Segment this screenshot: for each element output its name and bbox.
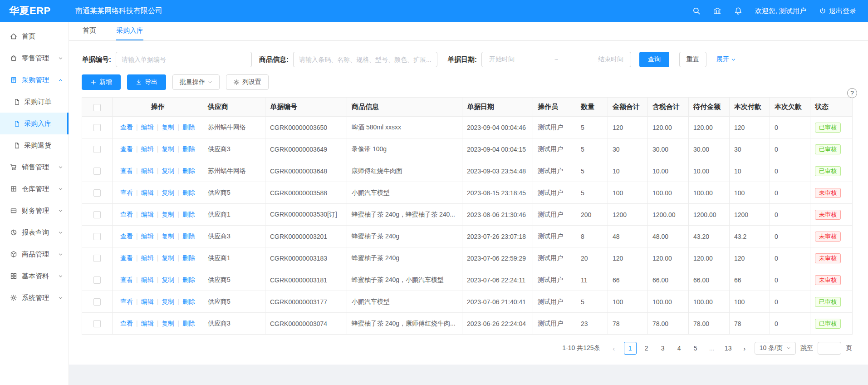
view-link[interactable]: 查看 — [120, 254, 133, 262]
delete-link[interactable]: 删除 — [182, 276, 195, 283]
delete-link[interactable]: 删除 — [182, 320, 195, 327]
toolbar: 新增 导出 批量操作 列设置 — [82, 73, 855, 97]
copy-link[interactable]: 复制 — [162, 232, 174, 240]
cell-date: 2023-07-06 21:40:41 — [462, 291, 533, 313]
edit-link[interactable]: 编辑 — [141, 211, 154, 218]
copy-link[interactable]: 复制 — [162, 211, 174, 218]
sidebar-item-purchase[interactable]: 采购管理 — [0, 69, 69, 91]
copy-link[interactable]: 复制 — [162, 254, 174, 262]
page-size-select[interactable]: 10 条/页 — [755, 342, 796, 355]
edit-link[interactable]: 编辑 — [141, 254, 154, 262]
sidebar-item-purchase-inbound[interactable]: 采购入库 — [0, 113, 69, 134]
sidebar-item-report[interactable]: 报表查询 — [0, 222, 69, 243]
row-checkbox[interactable] — [93, 298, 101, 306]
edit-link[interactable]: 编辑 — [141, 298, 154, 305]
export-button[interactable]: 导出 — [127, 74, 166, 90]
view-link[interactable]: 查看 — [120, 211, 133, 218]
row-checkbox[interactable] — [93, 320, 101, 327]
delete-link[interactable]: 删除 — [182, 254, 195, 262]
col-header-product: 商品信息 — [347, 98, 462, 117]
pagination-page[interactable]: 4 — [673, 342, 686, 355]
row-checkbox[interactable] — [93, 233, 101, 240]
view-link[interactable]: 查看 — [120, 320, 133, 327]
edit-link[interactable]: 编辑 — [141, 123, 154, 131]
edit-link[interactable]: 编辑 — [141, 276, 154, 283]
copy-link[interactable]: 复制 — [162, 276, 174, 283]
sidebar-item-home[interactable]: 首页 — [0, 25, 69, 47]
sidebar-item-purchase-order[interactable]: 采购订单 — [0, 91, 69, 113]
sidebar-item-warehouse[interactable]: 仓库管理 — [0, 178, 69, 200]
date-range-picker[interactable]: 开始时间 ~ 结束时间 — [481, 52, 631, 67]
view-link[interactable]: 查看 — [120, 145, 133, 153]
copy-link[interactable]: 复制 — [162, 189, 174, 196]
view-link[interactable]: 查看 — [120, 123, 133, 131]
purchase-submenu: 采购订单 采购入库 采购退货 — [0, 91, 69, 156]
pagination-page[interactable]: 5 — [689, 342, 702, 355]
jump-page-input[interactable] — [818, 342, 841, 355]
delete-link[interactable]: 删除 — [182, 145, 195, 153]
sidebar-item-sales[interactable]: 销售管理 — [0, 156, 69, 178]
expand-link[interactable]: 展开 — [716, 55, 736, 64]
edit-link[interactable]: 编辑 — [141, 189, 154, 196]
product-info-input[interactable] — [293, 52, 437, 67]
row-checkbox[interactable] — [93, 255, 101, 262]
row-checkbox[interactable] — [93, 124, 101, 131]
edit-link[interactable]: 编辑 — [141, 232, 154, 240]
delete-link[interactable]: 删除 — [182, 167, 195, 174]
row-checkbox[interactable] — [93, 276, 101, 284]
delete-link[interactable]: 删除 — [182, 189, 195, 196]
row-checkbox[interactable] — [93, 146, 101, 153]
select-all-checkbox[interactable] — [93, 104, 101, 111]
logout-button[interactable]: 退出登录 — [819, 7, 856, 15]
column-settings-button[interactable]: 列设置 — [226, 74, 269, 90]
add-button[interactable]: 新增 — [82, 74, 121, 90]
search-icon[interactable] — [692, 7, 701, 15]
sidebar-item-goods[interactable]: 商品管理 — [0, 243, 69, 265]
pagination-page[interactable]: 2 — [640, 342, 653, 355]
view-link[interactable]: 查看 — [120, 189, 133, 196]
copy-link[interactable]: 复制 — [162, 167, 174, 174]
edit-link[interactable]: 编辑 — [141, 167, 154, 174]
cell-operator: 测试用户 — [533, 160, 576, 182]
pagination-page[interactable]: 3 — [657, 342, 669, 355]
copy-link[interactable]: 复制 — [162, 320, 174, 327]
home-icon — [10, 33, 17, 40]
delete-link[interactable]: 删除 — [182, 123, 195, 131]
row-checkbox[interactable] — [93, 211, 101, 218]
delete-link[interactable]: 删除 — [182, 298, 195, 305]
bell-icon[interactable] — [734, 7, 742, 15]
delete-link[interactable]: 删除 — [182, 232, 195, 240]
batch-operations-button[interactable]: 批量操作 — [172, 74, 220, 90]
row-checkbox[interactable] — [93, 189, 101, 197]
edit-link[interactable]: 编辑 — [141, 320, 154, 327]
cell-payable: 66.00 — [689, 269, 730, 291]
help-icon[interactable]: ? — [847, 88, 857, 98]
copy-link[interactable]: 复制 — [162, 123, 174, 131]
sidebar-item-retail[interactable]: 零售管理 — [0, 47, 69, 69]
prev-page-button[interactable]: ‹ — [608, 345, 619, 352]
tab-purchase-inbound[interactable]: 采购入库 — [116, 22, 143, 40]
pagination-page[interactable]: 13 — [722, 342, 735, 355]
view-link[interactable]: 查看 — [120, 167, 133, 174]
sidebar-item-purchase-return[interactable]: 采购退货 — [0, 134, 69, 156]
copy-link[interactable]: 复制 — [162, 298, 174, 305]
cell-payable: 100.00 — [689, 291, 730, 313]
sidebar-item-system[interactable]: 系统管理 — [0, 287, 69, 309]
edit-link[interactable]: 编辑 — [141, 145, 154, 153]
doc-no-input[interactable] — [116, 52, 252, 67]
tab-home[interactable]: 首页 — [83, 22, 96, 40]
view-link[interactable]: 查看 — [120, 298, 133, 305]
sidebar-item-basic-data[interactable]: 基本资料 — [0, 265, 69, 287]
reset-button[interactable]: 重置 — [679, 52, 706, 67]
view-link[interactable]: 查看 — [120, 276, 133, 283]
cell-payable: 100.00 — [689, 182, 730, 204]
view-link[interactable]: 查看 — [120, 232, 133, 240]
next-page-button[interactable]: › — [739, 345, 750, 352]
search-button[interactable]: 查询 — [639, 52, 669, 67]
sidebar-item-finance[interactable]: 财务管理 — [0, 200, 69, 222]
pagination-page[interactable]: 1 — [624, 342, 637, 355]
row-checkbox[interactable] — [93, 168, 101, 175]
copy-link[interactable]: 复制 — [162, 145, 174, 153]
bank-icon[interactable] — [713, 7, 721, 15]
delete-link[interactable]: 删除 — [182, 211, 195, 218]
